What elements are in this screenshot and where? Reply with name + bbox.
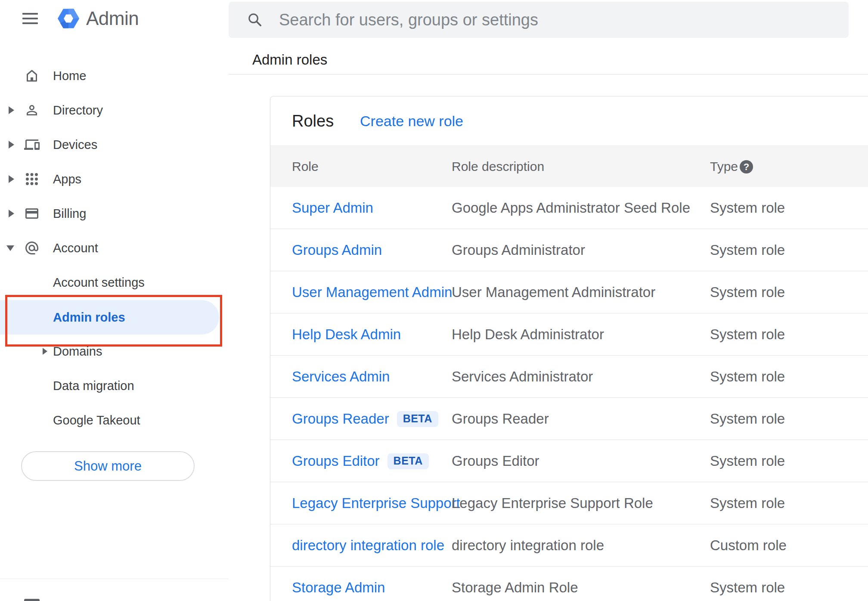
table-header-row: Role Role description Type ? — [270, 146, 868, 187]
table-row: directory integration role directory int… — [270, 524, 868, 567]
help-icon[interactable]: ? — [740, 160, 753, 173]
show-more-button[interactable]: Show more — [21, 451, 195, 481]
role-description: directory integration role — [452, 524, 604, 567]
roles-card-header: Roles Create new role — [270, 96, 868, 146]
table-row: Storage Admin Storage Admin Role System … — [270, 567, 868, 601]
beta-badge: BETA — [388, 453, 429, 469]
table-row: Help Desk Admin Help Desk Administrator … — [270, 313, 868, 356]
table-row: Legacy Enterprise Support Legacy Enterpr… — [270, 482, 868, 524]
sidebar-item-directory[interactable]: Directory — [0, 93, 229, 127]
role-type: System role — [710, 440, 785, 482]
table-row: Groups Editor BETA Groups Editor System … — [270, 440, 868, 482]
cut-off-icon — [24, 599, 40, 601]
role-type: System role — [710, 187, 785, 229]
role-type: System role — [710, 313, 785, 356]
sidebar-item-billing[interactable]: Billing — [0, 196, 229, 231]
admin-logo-icon — [57, 7, 80, 30]
search-input[interactable] — [229, 2, 849, 38]
sidebar-item-google-takeout[interactable]: Google Takeout — [0, 403, 229, 437]
role-link[interactable]: Help Desk Admin — [292, 326, 401, 343]
hamburger-menu-icon[interactable] — [22, 13, 38, 24]
role-description: Services Administrator — [452, 356, 593, 398]
role-description: Groups Reader — [452, 398, 549, 440]
role-type: System role — [710, 482, 785, 524]
table-row: Services Admin Services Administrator Sy… — [270, 356, 868, 398]
role-description: Groups Administrator — [452, 229, 585, 271]
roles-title: Roles — [292, 96, 334, 146]
table-row: Groups Admin Groups Administrator System… — [270, 229, 868, 271]
role-link[interactable]: directory integration role — [292, 537, 444, 554]
role-type: System role — [710, 398, 785, 440]
column-header-role-description: Role description — [452, 146, 544, 187]
role-link[interactable]: Groups Reader — [292, 411, 389, 427]
table-row: Super Admin Google Apps Administrator Se… — [270, 187, 868, 229]
sidebar: Admin Home Directory Devices A — [0, 0, 229, 601]
apps-grid-icon — [24, 171, 40, 187]
search-icon — [246, 11, 263, 28]
roles-card: Roles Create new role Role Role descript… — [270, 96, 868, 601]
billing-card-icon — [24, 206, 40, 221]
collapse-caret-icon[interactable] — [6, 245, 14, 251]
at-sign-icon — [24, 240, 40, 256]
role-type: System role — [710, 567, 785, 601]
header-divider — [229, 74, 868, 74]
role-type: Custom role — [710, 524, 787, 567]
home-icon — [24, 68, 40, 84]
role-link[interactable]: Groups Editor — [292, 453, 380, 469]
breadcrumb: Admin roles — [252, 52, 327, 68]
sidebar-item-account[interactable]: Account — [0, 231, 229, 265]
role-link[interactable]: Storage Admin — [292, 579, 385, 596]
role-description: Google Apps Administrator Seed Role — [452, 187, 690, 229]
devices-icon — [24, 137, 40, 152]
roles-table-body: Super Admin Google Apps Administrator Se… — [270, 187, 868, 601]
role-description: Groups Editor — [452, 440, 539, 482]
role-type: System role — [710, 229, 785, 271]
role-description: Help Desk Administrator — [452, 313, 604, 356]
role-description: User Management Administrator — [452, 271, 655, 313]
role-description: Storage Admin Role — [452, 567, 578, 601]
role-type: System role — [710, 271, 785, 313]
expand-caret-icon[interactable] — [9, 141, 14, 149]
sidebar-item-account-settings[interactable]: Account settings — [0, 265, 229, 300]
sidebar-item-domains[interactable]: Domains — [0, 334, 229, 369]
sidebar-item-apps[interactable]: Apps — [0, 162, 229, 196]
expand-caret-icon[interactable] — [9, 210, 14, 217]
expand-caret-icon[interactable] — [43, 348, 47, 355]
column-header-role: Role — [292, 146, 319, 187]
expand-caret-icon[interactable] — [9, 106, 14, 114]
role-link[interactable]: Groups Admin — [292, 242, 382, 258]
sidebar-item-data-migration[interactable]: Data migration — [0, 369, 229, 403]
role-description: Legacy Enterprise Support Role — [452, 482, 653, 524]
role-link[interactable]: Services Admin — [292, 369, 390, 385]
person-icon — [24, 102, 40, 118]
role-link[interactable]: User Management Admin — [292, 284, 452, 300]
sidebar-item-devices[interactable]: Devices — [0, 127, 229, 162]
table-row: User Management Admin User Management Ad… — [270, 271, 868, 313]
role-link[interactable]: Legacy Enterprise Support — [292, 495, 460, 511]
sidebar-item-home[interactable]: Home — [0, 59, 229, 93]
role-type: System role — [710, 356, 785, 398]
beta-badge: BETA — [397, 411, 438, 427]
sidebar-divider — [0, 579, 229, 579]
column-header-type: Type — [710, 146, 738, 187]
role-link[interactable]: Super Admin — [292, 200, 373, 216]
expand-caret-icon[interactable] — [9, 175, 14, 183]
table-row: Groups Reader BETA Groups Reader System … — [270, 398, 868, 440]
sidebar-item-admin-roles[interactable]: Admin roles — [0, 300, 229, 335]
app-title: Admin — [86, 7, 139, 30]
create-new-role-link[interactable]: Create new role — [360, 96, 463, 146]
